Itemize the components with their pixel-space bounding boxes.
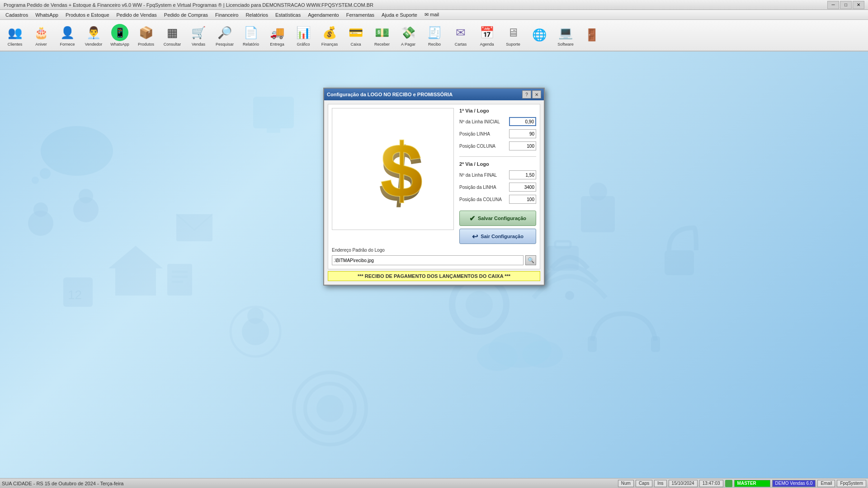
signal-icon (725, 480, 732, 487)
modal-content: $ $ $ 1ª Via / Logo Nº da Linha INICIAL (332, 108, 536, 244)
maximize-button[interactable]: □ (840, 1, 852, 9)
apagar-label: A Pagar (401, 42, 415, 47)
address-area: Endereço Padrão do Logo 🔍 (332, 248, 536, 265)
toolbar-fornece[interactable]: 👤 Fornece (54, 21, 80, 50)
email-badge: Email (817, 480, 835, 487)
toolbar-cartas[interactable]: ✉ Cartas (448, 21, 474, 50)
toolbar-vendedor[interactable]: 👨‍💼 Vendedor (80, 21, 107, 50)
whatsapp-label: WhatsApp (110, 42, 129, 47)
chart-icon: 📊 (294, 23, 312, 42)
software-label: Software (557, 42, 574, 47)
posicao-linha2-input[interactable] (509, 183, 536, 192)
toolbar-relatorio[interactable]: 📄 Relatório (238, 21, 264, 50)
toolbar-consultar[interactable]: ▦ Consultar (159, 21, 185, 50)
toolbar-globe[interactable]: 🌐 (526, 21, 552, 50)
time-badge: 13:47:03 (699, 480, 723, 487)
letter-icon: ✉ (452, 23, 470, 42)
toolbar-vendas[interactable]: 🛒 Vendas (185, 21, 212, 50)
section2-title: 2ª Via / Logo (459, 161, 536, 167)
money-icon: 💰 (321, 23, 339, 42)
menu-ferramentas[interactable]: Ferramentas (343, 10, 378, 19)
minimize-button[interactable]: ─ (827, 1, 839, 9)
exit-button[interactable]: ↩ Sair Configuração (459, 229, 536, 244)
financas-label: Finanças (321, 42, 338, 47)
modal-dialog: Configuração da LOGO NO RECIBO e PROMISS… (323, 88, 545, 286)
modal-titlebar: Configuração da LOGO NO RECIBO e PROMISS… (324, 89, 544, 100)
linha-final-row: Nº da Linha FINAL (459, 170, 536, 179)
menu-estatisticas[interactable]: Estatísticas (272, 10, 304, 19)
linha-inicial-input[interactable] (509, 117, 536, 126)
modal-title-text: Configuração da LOGO NO RECIBO e PROMISS… (327, 92, 453, 97)
supplier-icon: 👤 (58, 23, 76, 42)
aniver-label: Aniver (35, 42, 47, 47)
browse-icon: 🔍 (528, 257, 534, 263)
menu-cadastros[interactable]: Cadastros (2, 10, 32, 19)
posicao-linha-row: Posição LINHA (459, 129, 536, 138)
toolbar-aniver[interactable]: 🎂 Aniver (28, 21, 54, 50)
sales-icon: 🛒 (189, 23, 208, 42)
section-divider (459, 156, 536, 157)
posicao-coluna2-label: Posição da COLUNA (459, 197, 509, 202)
menu-ajuda-suporte[interactable]: Ajuda e Suporte (378, 10, 421, 19)
toolbar-caixa[interactable]: 💳 Caixa (343, 21, 369, 50)
receipt-icon: 🧾 (425, 23, 443, 42)
menu-produtos-estoque[interactable]: Produtos e Estoque (62, 10, 113, 19)
agenda-icon: 📅 (478, 23, 496, 42)
modal-controls: ? ✕ (522, 90, 541, 99)
toolbar-whatsapp[interactable]: 📱 WhatsApp (107, 21, 133, 50)
delivery-icon: 🚚 (268, 23, 286, 42)
pay-icon: 💸 (399, 23, 417, 42)
menu-pedido-compras[interactable]: Pedido de Compras (160, 10, 212, 19)
menu-mail[interactable]: ✉ mail (421, 10, 443, 19)
modal-close-button[interactable]: ✕ (532, 90, 541, 99)
agenda-label: Agenda (480, 42, 494, 47)
toolbar-agenda[interactable]: 📅 Agenda (474, 21, 500, 50)
toolbar-pesquisar[interactable]: 🔎 Pesquisar (212, 21, 238, 50)
toolbar-recibo[interactable]: 🧾 Recibo (421, 21, 448, 50)
menu-pedido-vendas[interactable]: Pedido de Vendas (113, 10, 160, 19)
address-label: Endereço Padrão do Logo (332, 248, 536, 253)
toolbar: 👥 Clientes 🎂 Aniver 👤 Fornece 👨‍💼 Vended… (0, 20, 868, 52)
close-button[interactable]: ✕ (853, 1, 864, 9)
toolbar-software[interactable]: 💻 Software (552, 21, 579, 50)
modal-inner: $ $ $ 1ª Via / Logo Nº da Linha INICIAL (328, 104, 540, 269)
menu-financeiro[interactable]: Financeiro (212, 10, 242, 19)
posicao-coluna2-input[interactable] (509, 195, 536, 204)
address-row: 🔍 (332, 255, 536, 265)
cake-icon: 🎂 (32, 23, 50, 42)
toolbar-financas[interactable]: 💰 Finanças (316, 21, 343, 50)
toolbar-entrega[interactable]: 🚚 Entrega (264, 21, 290, 50)
support-icon: 🖥 (504, 23, 522, 42)
logo-preview: $ $ $ (332, 108, 454, 230)
people-icon: 👥 (6, 23, 24, 42)
relatorio-label: Relatório (243, 42, 259, 47)
toolbar-produtos[interactable]: 📦 Produtos (133, 21, 159, 50)
caps-badge: Caps (636, 480, 652, 487)
browse-button[interactable]: 🔍 (525, 255, 536, 265)
modal-body: $ $ $ 1ª Via / Logo Nº da Linha INICIAL (324, 100, 544, 285)
toolbar-clientes[interactable]: 👥 Clientes (2, 21, 28, 50)
toolbar-grafico[interactable]: 📊 Gráfico (290, 21, 316, 50)
fpqsystem-badge: FpqSystem (837, 480, 866, 487)
toolbar-receber[interactable]: 💵 Receber (369, 21, 395, 50)
menu-whatsapp[interactable]: WhatsApp (32, 10, 62, 19)
posicao-linha-input[interactable] (509, 129, 536, 138)
fornece-label: Fornece (60, 42, 75, 47)
toolbar-suporte[interactable]: 🖥 Suporte (500, 21, 526, 50)
master-badge: MASTER (734, 480, 770, 487)
toolbar-apagar[interactable]: 💸 A Pagar (395, 21, 421, 50)
menu-relatorios[interactable]: Relatórios (242, 10, 272, 19)
ins-badge: Ins (654, 480, 666, 487)
exit-icon: 🚪 (583, 26, 601, 44)
entrega-label: Entrega (270, 42, 284, 47)
save-button[interactable]: ✔ Salvar Configuração (459, 211, 536, 226)
linha-final-input[interactable] (509, 170, 536, 179)
address-input[interactable] (332, 255, 524, 265)
linha-inicial-label: Nº da Linha INICIAL (459, 119, 509, 124)
date-badge: 15/10/2024 (669, 480, 698, 487)
pesquisar-label: Pesquisar (216, 42, 234, 47)
modal-help-button[interactable]: ? (522, 90, 531, 99)
menu-agendamento[interactable]: Agendamento (304, 10, 343, 19)
posicao-coluna-input[interactable] (509, 141, 536, 150)
toolbar-exit[interactable]: 🚪 (579, 21, 605, 50)
